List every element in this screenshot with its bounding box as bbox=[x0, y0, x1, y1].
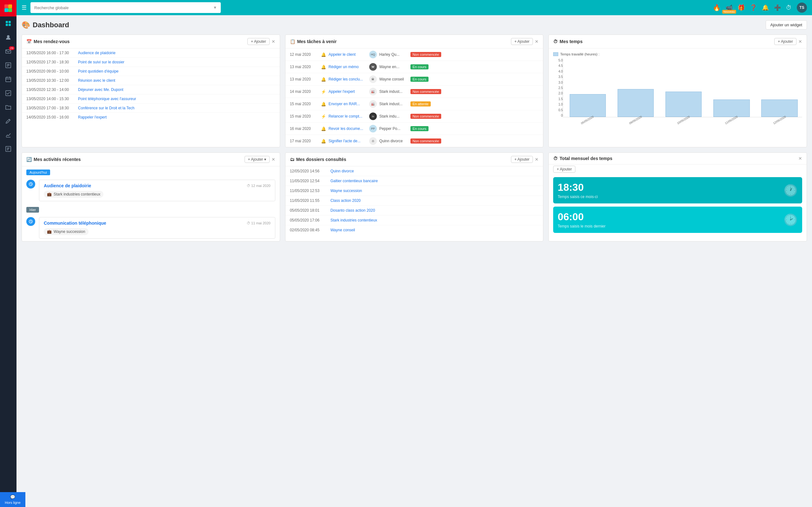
list-item: 15 mai 2020 🔔 Envoyer en RAR... 🏭 Stark … bbox=[286, 98, 543, 110]
svg-rect-6 bbox=[6, 24, 8, 26]
help-icon[interactable]: ❓ bbox=[750, 4, 757, 11]
clock-icon: ⏱ bbox=[553, 39, 558, 44]
last-time: 06:00 bbox=[558, 211, 606, 223]
search-input[interactable] bbox=[34, 5, 213, 10]
status-badge: Non commencée bbox=[410, 89, 441, 94]
clock-decoration: 🕐 bbox=[783, 184, 798, 197]
current-label: Temps saisis ce mois-ci bbox=[558, 194, 598, 199]
svg-point-8 bbox=[7, 35, 9, 38]
gift-icon[interactable]: 🎁 bbox=[738, 4, 745, 11]
menu-toggle[interactable]: ☰ bbox=[21, 4, 27, 11]
activity-title[interactable]: Audience de plaidoirie bbox=[44, 183, 91, 188]
list-item: 12 mai 2020 🔔 Appeler le client HQ Harle… bbox=[286, 49, 543, 61]
sidebar-item-list[interactable] bbox=[0, 58, 16, 72]
close-total-button[interactable]: ✕ bbox=[798, 156, 802, 161]
timer-icon: ⏱ bbox=[553, 156, 558, 161]
hier-badge: Hier bbox=[26, 207, 39, 213]
widget-temps: ⏱ Mes temps + Ajouter ✕ Temps travaillé … bbox=[548, 35, 807, 147]
clock-icon[interactable]: ⏱ bbox=[786, 4, 792, 11]
add-tache-button[interactable]: + Ajouter bbox=[511, 38, 533, 45]
add-total-button[interactable]: + Ajouter bbox=[553, 166, 575, 173]
list-item: 05/05/2020 18:01Dosanto class action 202… bbox=[286, 206, 543, 216]
widget-rendez-vous-title: 📅 Mes rendez-vous bbox=[26, 39, 70, 44]
y-label: 1.0 bbox=[553, 103, 563, 106]
sidebar-item-mail[interactable]: 29 bbox=[0, 44, 16, 58]
notification-icon[interactable]: 🔔 bbox=[762, 4, 769, 11]
global-search[interactable]: ▼ bbox=[31, 2, 221, 13]
list-item: 11/05/2020 12:54Galtier contentieux banc… bbox=[286, 176, 543, 186]
dossier-name: Wayne succession bbox=[54, 229, 85, 234]
sidebar-item-calendar[interactable] bbox=[0, 72, 16, 86]
y-label: 0 bbox=[553, 114, 563, 117]
list-item: 12/05/2020 16:00 - 17:30Audience de plai… bbox=[22, 49, 280, 58]
add-rendez-vous-button[interactable]: + Ajouter bbox=[247, 38, 270, 45]
widget-activites-actions: + Ajouter ▾ ✕ bbox=[245, 156, 275, 163]
activity-title[interactable]: Communication téléphonique bbox=[44, 221, 106, 226]
avatar: PP bbox=[369, 125, 377, 132]
widget-temps-actions: + Ajouter ✕ bbox=[774, 38, 802, 45]
widget-total-header: ⏱ Total mensuel des temps ✕ bbox=[549, 153, 807, 164]
list-item: 13/05/2020 17:00 - 18:30Conférence sur l… bbox=[22, 104, 280, 113]
last-month-card: 06:00 Temps saisis le mois dernier 🕑 bbox=[553, 207, 802, 233]
bell-icon: 🔔 bbox=[321, 77, 326, 82]
activity-date: ⏱ 12 mai 2020 bbox=[247, 184, 270, 187]
search-chevron-icon: ▼ bbox=[213, 5, 217, 10]
widget-total-actions: ✕ bbox=[798, 156, 802, 161]
sidebar-item-dashboard[interactable] bbox=[0, 16, 16, 31]
widget-taches-header: 📋 Mes tâches à venir + Ajouter ✕ bbox=[286, 35, 543, 49]
y-label: 4.0 bbox=[553, 70, 563, 73]
history-icon: 🔄 bbox=[26, 157, 32, 162]
add-temps-button[interactable]: + Ajouter bbox=[774, 38, 797, 45]
chat-widget[interactable]: 💬 Hors ligne bbox=[0, 492, 26, 507]
list-item: 16 mai 2020 🔔 Revoir les docume... PP Pe… bbox=[286, 123, 543, 135]
widget-total-mensuel: ⏱ Total mensuel des temps ✕ + Ajouter 18… bbox=[548, 153, 807, 241]
sidebar-item-settings[interactable] bbox=[0, 142, 16, 156]
sidebar-item-folder[interactable] bbox=[0, 100, 16, 114]
widget-taches-title: 📋 Mes tâches à venir bbox=[290, 39, 337, 44]
sidebar-item-tasks[interactable] bbox=[0, 86, 16, 100]
widget-activites: 🔄 Mes activités récentes + Ajouter ▾ ✕ A… bbox=[21, 153, 280, 241]
dossier-name: Stark industries contentieux bbox=[54, 192, 100, 196]
add-total-area: + Ajouter bbox=[549, 164, 807, 174]
list-item: 12/05/2020 14:56Quinn divorce bbox=[286, 166, 543, 176]
user-avatar[interactable]: TS bbox=[797, 3, 807, 13]
svg-rect-2 bbox=[4, 8, 8, 12]
widget-dossiers-actions: + Ajouter ✕ bbox=[511, 156, 539, 163]
sidebar-item-chart[interactable] bbox=[0, 128, 16, 142]
widget-rendez-vous-body: 12/05/2020 16:00 - 17:30Audience de plai… bbox=[22, 49, 280, 122]
widget-rendez-vous: 📅 Mes rendez-vous + Ajouter ✕ 12/05/2020… bbox=[21, 35, 280, 147]
widget-taches: 📋 Mes tâches à venir + Ajouter ✕ 12 mai … bbox=[285, 35, 544, 147]
add-activite-button[interactable]: + Ajouter ▾ bbox=[245, 156, 270, 163]
video-icon[interactable]: 📹 Nouveau bbox=[726, 4, 733, 11]
bell-icon: 🔔 bbox=[321, 65, 326, 69]
dossier-icon: 🗂 bbox=[290, 157, 294, 162]
add-dossier-button[interactable]: + Ajouter bbox=[511, 156, 533, 163]
close-dossiers-button[interactable]: ✕ bbox=[535, 157, 539, 162]
dashboard-top-row: 📅 Mes rendez-vous + Ajouter ✕ 12/05/2020… bbox=[21, 35, 807, 147]
fire-icon[interactable]: 🔥 bbox=[713, 4, 721, 11]
chart-bar bbox=[565, 94, 610, 117]
chart-bar bbox=[709, 100, 754, 117]
svg-rect-1 bbox=[8, 4, 12, 8]
chart-bar bbox=[613, 89, 658, 117]
calendar-icon: 📅 bbox=[26, 39, 32, 44]
nouveau-badge: Nouveau bbox=[722, 10, 736, 14]
sidebar-item-contacts[interactable] bbox=[0, 31, 16, 44]
legend-box bbox=[553, 52, 558, 56]
today-badge: Aujourd'hui bbox=[26, 170, 50, 175]
bell-icon: 🔔 bbox=[321, 126, 326, 131]
close-activites-button[interactable]: ✕ bbox=[271, 157, 275, 162]
widget-taches-actions: + Ajouter ✕ bbox=[511, 38, 539, 45]
activity-dossier: 💼 Stark industries contentieux bbox=[44, 191, 103, 198]
app-logo[interactable] bbox=[0, 0, 16, 16]
list-item: 14 mai 2020 ⚡ Appeler l'expert 🏭 Stark i… bbox=[286, 86, 543, 98]
close-rendez-vous-button[interactable]: ✕ bbox=[271, 39, 275, 44]
sidebar-item-edit[interactable] bbox=[0, 114, 16, 128]
close-taches-button[interactable]: ✕ bbox=[535, 39, 539, 44]
status-badge: Non commencée bbox=[410, 52, 441, 57]
avatar: 🏭 bbox=[369, 100, 377, 108]
avatar: HQ bbox=[369, 51, 377, 58]
add-widget-button[interactable]: Ajouter un widget bbox=[766, 20, 807, 30]
add-icon[interactable]: ➕ bbox=[774, 4, 781, 11]
close-temps-button[interactable]: ✕ bbox=[798, 39, 802, 44]
